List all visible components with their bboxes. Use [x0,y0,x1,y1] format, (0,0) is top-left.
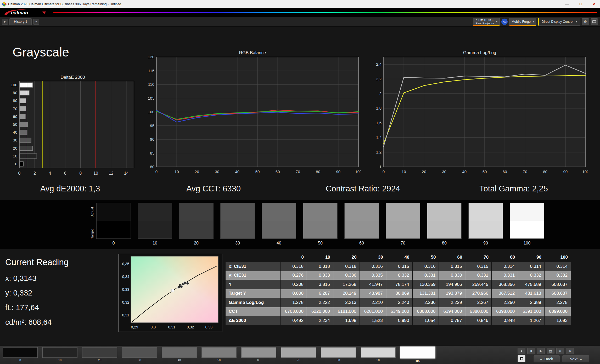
table-row-label: CCT [226,307,281,316]
record-button[interactable]: ● [518,348,525,354]
table-cell: 0,990 [386,316,413,325]
current-reading-title: Current Reading [5,257,69,267]
svg-text:100: 100 [11,83,17,87]
pattern-window-button[interactable] [518,355,525,362]
svg-text:0,3: 0,3 [151,325,156,329]
pattern-button-40[interactable]: 40 [162,347,197,362]
table-cell: 2,267 [465,298,492,307]
swatch-patch [96,203,131,239]
gamma-chart-block: Gamma Log/Log 11,21,41,61,822,22,4010203… [371,49,588,177]
table-cell: 6380,000 [465,307,492,316]
table-cell: 130,359 [413,280,439,289]
target-point-marker [171,289,174,292]
stop-icon: ■ [530,349,532,353]
monitor-icon [592,20,596,23]
swatch-level-label: 70 [401,241,405,246]
pattern-button-80[interactable]: 80 [321,347,356,362]
measured-point [186,282,189,285]
meter-select[interactable]: X-Rite i1Pro 3 Rear Projector ▾ [473,18,500,26]
settings-button[interactable]: ⚙ [582,18,589,25]
table-cell: 0,757 [439,316,465,325]
continuous-button[interactable]: ∞ [556,348,564,354]
stat-avg-cct: Avg CCT: 6330 [186,184,241,194]
table-cell: 6398,000 [492,307,518,316]
table-row-label: Target Y [226,289,281,298]
table-row: Gamma Log/Log1,2782,2222,2132,2102,2402,… [226,298,571,307]
stop-button[interactable]: ■ [527,348,535,354]
svg-text:0: 0 [18,171,21,175]
swatch-level-label: 10 [153,241,157,246]
current-reading-x: x: 0,3143 [5,274,36,283]
svg-text:90: 90 [13,90,17,95]
pattern-button-0[interactable]: 0 [3,347,38,362]
pattern-patch [82,347,117,358]
svg-text:30: 30 [13,138,17,142]
back-button[interactable]: « Back [533,355,560,363]
play-button[interactable]: ▶ [537,348,545,354]
pattern-label: 20 [98,359,101,362]
pattern-button-30[interactable]: 30 [122,347,157,362]
pattern-button-60[interactable]: 60 [241,347,276,362]
stat-contrast-ratio: Contrast Ratio: 2924 [326,184,400,194]
grayscale-swatch-20: 20 [179,203,214,246]
next-label: Next [569,357,577,361]
page-title: Grayscale [13,45,69,59]
table-cell: 0,318 [281,262,307,271]
table-cell: 2,210 [360,298,386,307]
back-icon: « [540,357,542,361]
svg-text:1,6: 1,6 [376,121,382,125]
add-page-button[interactable]: + [33,19,39,25]
minimize-button[interactable]: — [561,0,573,8]
swatch-patch [220,203,255,239]
swatch-target-half [510,221,544,238]
maximize-button[interactable]: □ [575,0,586,8]
measured-point [183,282,186,284]
history-expand-button[interactable]: ▶ [2,19,8,25]
rainbow-strip [53,12,597,13]
pattern-button-10[interactable]: 10 [42,347,77,362]
refresh-button[interactable]: ↻ [566,348,574,354]
swatch-target-half [386,221,420,238]
next-icon: » [580,357,582,361]
table-cell: 0,316 [360,262,386,271]
pattern-button-70[interactable]: 70 [281,347,316,362]
table-cell: 475,689 [518,280,545,289]
swatch-level-label: 20 [194,241,199,246]
save-button[interactable]: ▤ [547,348,554,354]
table-cell: 43,987 [360,289,386,298]
window-layout-button[interactable] [591,18,598,25]
svg-text:100: 100 [148,110,154,114]
deltae-bar-70 [20,106,26,111]
swatch-actual-half [345,203,379,221]
chevron-down-icon: ▾ [496,20,497,23]
pattern-button-20[interactable]: 20 [82,347,117,362]
swatch-target-half [469,221,503,238]
svg-text:50: 50 [13,122,17,127]
svg-text:20: 20 [195,169,199,174]
table-cell: 6399,000 [545,307,571,316]
pattern-button-row: 0102030405060708090100 [3,347,435,362]
pattern-source-select[interactable]: Mobile Forge ▾ [509,18,536,26]
grayscale-swatch-40: 40 [262,203,296,246]
calman-logo[interactable]: calman [3,8,50,16]
table-cell: 0,314 [518,262,545,271]
next-button[interactable]: Next » [562,355,589,363]
svg-text:6: 6 [64,171,66,175]
deltae-bar-90 [20,90,29,95]
deltae-bar-10 [20,154,37,158]
pattern-button-90[interactable]: 90 [361,347,396,362]
pattern-patch [361,347,396,358]
table-cell: 0,315 [465,262,492,271]
display-control-select[interactable]: Direct Display Control ▾ [538,18,580,26]
table-cell: 6281,000 [360,307,386,316]
pattern-button-50[interactable]: 50 [201,347,237,362]
svg-text:14: 14 [124,171,129,175]
pattern-button-100[interactable]: 100 [400,347,435,362]
stat-total-gamma: Total Gamma: 2,25 [479,184,548,194]
table-cell: 0,000 [281,289,307,298]
table-row-label: x: CIE31 [226,262,281,271]
table-col-header: 10 [307,253,333,262]
close-button[interactable]: × [588,0,600,8]
grayscale-swatch-100: 100 [510,203,544,246]
tab-history-1[interactable]: History 1 [9,18,32,25]
